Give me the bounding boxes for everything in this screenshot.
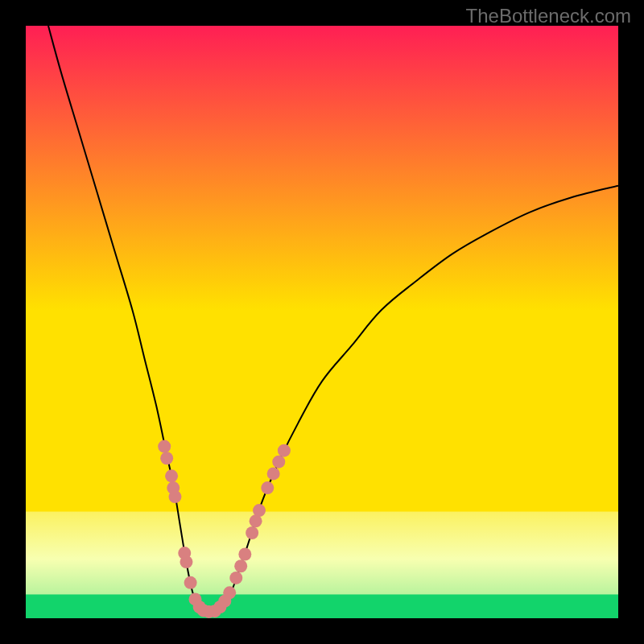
data-marker: [165, 469, 178, 482]
data-marker: [253, 504, 266, 517]
data-marker: [261, 481, 274, 494]
plot-area: [26, 26, 618, 618]
bottleneck-chart: [26, 26, 618, 618]
data-marker: [272, 456, 285, 469]
data-marker: [234, 559, 247, 572]
data-marker: [168, 490, 181, 503]
pale-band: [26, 512, 618, 595]
data-marker: [229, 572, 242, 584]
data-marker: [278, 444, 291, 457]
green-band: [26, 595, 618, 618]
data-marker: [180, 555, 192, 568]
chart-frame: TheBottleneck.com: [0, 0, 644, 644]
data-marker: [158, 440, 171, 453]
data-marker: [160, 452, 173, 464]
data-marker: [223, 586, 236, 599]
data-marker: [238, 548, 251, 561]
data-marker: [246, 526, 258, 539]
data-marker: [267, 467, 280, 480]
watermark-text: TheBottleneck.com: [466, 5, 631, 27]
data-marker: [184, 576, 197, 589]
